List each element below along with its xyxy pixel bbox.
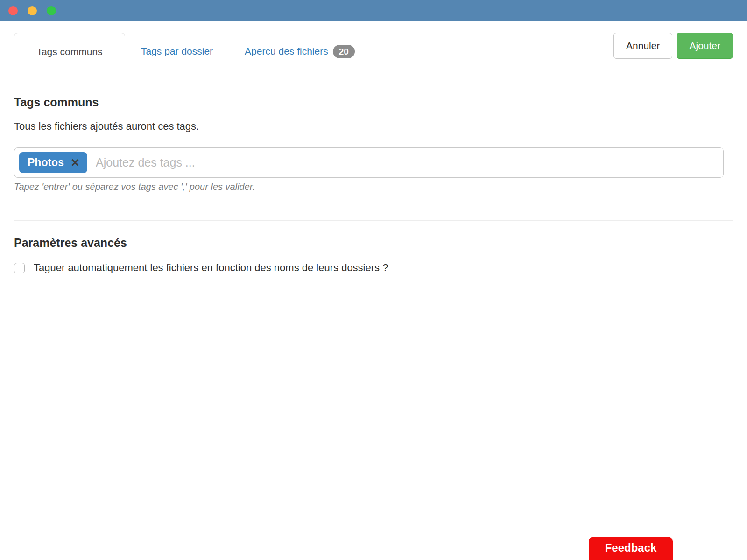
header-actions: Annuler Ajouter [613, 33, 733, 59]
auto-tag-option-row: Taguer automatiquement les fichiers en f… [14, 262, 733, 274]
tab-label: Apercu des fichiers [245, 46, 328, 57]
tab-apercu-des-fichiers[interactable]: Apercu des fichiers 20 [229, 33, 371, 70]
window-titlebar [0, 0, 747, 21]
common-tags-heading: Tags communs [14, 96, 733, 109]
tag-label: Photos [28, 156, 64, 169]
file-count-badge: 20 [333, 45, 355, 58]
remove-tag-icon[interactable]: ✕ [70, 157, 80, 168]
section-divider [14, 220, 733, 221]
main-content: Tags communs Tous les fichiers ajoutés a… [0, 96, 747, 274]
traffic-lights [8, 6, 56, 15]
common-tags-description: Tous les fichiers ajoutés auront ces tag… [14, 120, 733, 133]
tab-tags-communs[interactable]: Tags communs [14, 33, 125, 70]
auto-tag-checkbox-label[interactable]: Taguer automatiquement les fichiers en f… [34, 262, 388, 274]
tags-input-field[interactable]: Photos ✕ [14, 147, 724, 178]
add-button[interactable]: Ajouter [677, 33, 733, 59]
tab-tags-par-dossier[interactable]: Tags par dossier [125, 33, 229, 70]
zoom-window-button[interactable] [47, 6, 56, 15]
auto-tag-checkbox[interactable] [14, 263, 25, 273]
tag-pill-photos: Photos ✕ [19, 152, 87, 173]
tags-input-helper-text: Tapez 'entrer' ou séparez vos tags avec … [14, 182, 733, 192]
feedback-button[interactable]: Feedback [589, 537, 673, 560]
tab-label: Tags communs [36, 46, 102, 57]
minimize-window-button[interactable] [28, 6, 37, 15]
tab-bar: Tags communs Tags par dossier Apercu des… [14, 33, 733, 70]
close-window-button[interactable] [8, 6, 18, 15]
advanced-settings-heading: Paramètres avancés [14, 236, 733, 250]
add-tags-input[interactable] [96, 156, 719, 169]
cancel-button[interactable]: Annuler [613, 33, 672, 59]
tab-label: Tags par dossier [141, 46, 213, 57]
